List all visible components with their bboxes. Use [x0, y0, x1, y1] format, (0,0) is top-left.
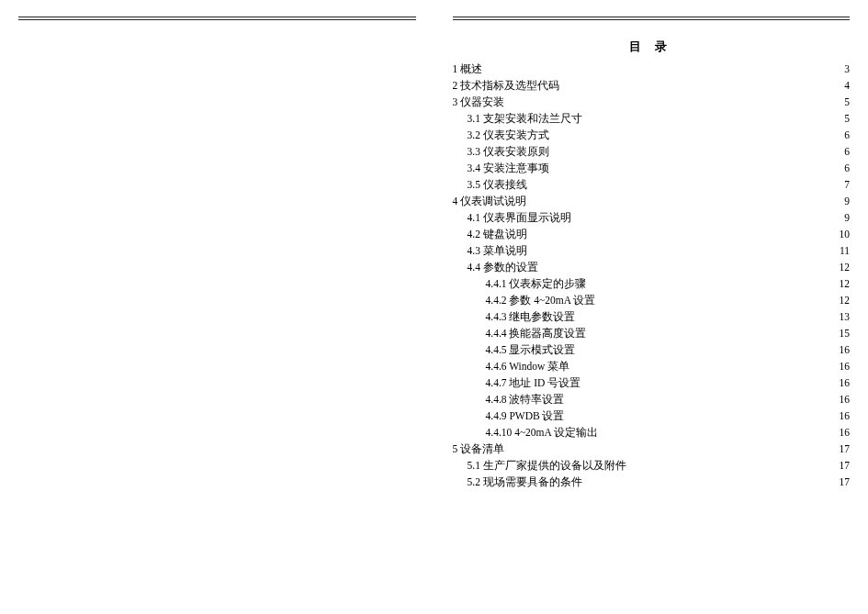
toc-entry: 4.4.8 波特率设置16	[453, 391, 851, 407]
toc-list: 1 概述32 技术指标及选型代码43 仪器安装53.1 支架安装和法兰尺寸53.…	[453, 61, 851, 490]
toc-entry-page: 17	[840, 441, 851, 457]
toc-title: 目 录	[453, 39, 851, 55]
toc-entry-page: 16	[840, 391, 851, 407]
toc-entry: 4.1 仪表界面显示说明9	[453, 209, 851, 226]
toc-entry: 2 技术指标及选型代码4	[453, 77, 851, 94]
toc-entry-page: 3	[844, 61, 850, 77]
toc-entry-label: 5 设备清单	[453, 441, 505, 457]
toc-entry-label: 3.1 支架安装和法兰尺寸	[468, 110, 582, 127]
toc-entry-page: 5	[844, 110, 850, 127]
toc-entry: 3.5 仪表接线7	[453, 176, 851, 193]
toc-entry-label: 4.4.3 继电参数设置	[486, 308, 576, 325]
page-left	[0, 0, 434, 614]
toc-entry: 3 仪器安装5	[453, 94, 851, 110]
toc-entry-page: 5	[844, 94, 850, 110]
toc-entry-label: 1 概述	[453, 61, 483, 77]
toc-entry-page: 16	[840, 374, 851, 391]
toc-entry-label: 4.3 菜单说明	[468, 242, 527, 259]
toc-entry: 5 设备清单17	[453, 441, 851, 457]
toc-entry-label: 4.4 参数的设置	[468, 259, 538, 275]
toc-entry-page: 17	[840, 474, 851, 490]
toc-entry: 4.4 参数的设置12	[453, 259, 851, 275]
toc-entry-page: 11	[840, 242, 850, 259]
toc-entry-page: 17	[840, 457, 851, 474]
toc-entry: 4.4.6 Window 菜单16	[453, 358, 851, 374]
toc-entry: 4.4.7 地址 ID 号设置16	[453, 374, 851, 391]
toc-entry-page: 9	[844, 209, 850, 226]
toc-entry-page: 16	[840, 341, 851, 358]
toc-entry: 4.4.10 4~20mA 设定输出16	[453, 424, 851, 441]
toc-entry-page: 16	[840, 407, 851, 424]
toc-entry-label: 4.4.7 地址 ID 号设置	[486, 374, 581, 391]
toc-entry: 3.1 支架安装和法兰尺寸5	[453, 110, 851, 127]
page-right: 目 录 1 概述32 技术指标及选型代码43 仪器安装53.1 支架安装和法兰尺…	[434, 0, 869, 614]
toc-entry-label: 3.5 仪表接线	[468, 176, 527, 193]
toc-entry-page: 12	[840, 259, 851, 275]
toc-entry: 4.2 键盘说明10	[453, 226, 851, 242]
toc-entry-label: 4.2 键盘说明	[468, 226, 527, 242]
toc-entry: 4.4.2 参数 4~20mA 设置12	[453, 292, 851, 308]
toc-entry: 4.4.4 换能器高度设置15	[453, 325, 851, 341]
toc-entry-label: 5.2 现场需要具备的条件	[468, 474, 582, 490]
toc-entry: 5.1 生产厂家提供的设备以及附件17	[453, 457, 851, 474]
toc-entry-label: 4 仪表调试说明	[453, 193, 527, 209]
toc-entry: 3.4 安装注意事项6	[453, 160, 851, 176]
toc-entry: 4.4.9 PWDB 设置16	[453, 407, 851, 424]
toc-entry: 4 仪表调试说明9	[453, 193, 851, 209]
toc-entry: 5.2 现场需要具备的条件17	[453, 474, 851, 490]
toc-entry-page: 16	[840, 424, 851, 441]
toc-entry-label: 4.4.4 换能器高度设置	[486, 325, 587, 341]
toc-entry-label: 3.2 仪表安装方式	[468, 127, 549, 143]
toc-entry: 4.4.5 显示模式设置16	[453, 341, 851, 358]
toc-entry-label: 2 技术指标及选型代码	[453, 77, 560, 94]
toc-entry-label: 4.1 仪表界面显示说明	[468, 209, 571, 226]
page-left-rule	[18, 17, 416, 20]
toc-entry-label: 5.1 生产厂家提供的设备以及附件	[468, 457, 626, 474]
toc-entry-page: 15	[840, 325, 851, 341]
toc-entry-page: 13	[840, 308, 851, 325]
toc-entry-label: 4.4.1 仪表标定的步骤	[486, 275, 587, 292]
toc-entry-label: 3.3 仪表安装原则	[468, 143, 549, 160]
toc-entry-label: 4.4.10 4~20mA 设定输出	[486, 424, 599, 441]
toc-entry-page: 10	[840, 226, 851, 242]
toc-entry-label: 4.4.5 显示模式设置	[486, 341, 576, 358]
toc-entry-label: 3 仪器安装	[453, 94, 505, 110]
toc-entry: 1 概述3	[453, 61, 851, 77]
toc-entry: 3.2 仪表安装方式6	[453, 127, 851, 143]
toc-entry-page: 7	[844, 176, 850, 193]
toc-entry-label: 3.4 安装注意事项	[468, 160, 549, 176]
toc-entry-page: 12	[840, 275, 851, 292]
toc-entry-page: 12	[840, 292, 851, 308]
toc-entry: 4.4.3 继电参数设置13	[453, 308, 851, 325]
toc-entry-label: 4.4.8 波特率设置	[486, 391, 565, 407]
toc-entry-page: 16	[840, 358, 851, 374]
toc-entry-label: 4.4.2 参数 4~20mA 设置	[486, 292, 596, 308]
toc-entry-page: 6	[844, 143, 850, 160]
toc-entry: 4.3 菜单说明11	[453, 242, 851, 259]
toc-entry: 4.4.1 仪表标定的步骤12	[453, 275, 851, 292]
toc-entry-page: 6	[844, 127, 850, 143]
toc-entry-label: 4.4.9 PWDB 设置	[486, 407, 565, 424]
toc-entry-label: 4.4.6 Window 菜单	[486, 358, 570, 374]
toc-entry-page: 9	[844, 193, 850, 209]
page-right-rule	[453, 17, 851, 20]
toc-entry-page: 4	[844, 77, 850, 94]
toc-entry: 3.3 仪表安装原则6	[453, 143, 851, 160]
toc-entry-page: 6	[844, 160, 850, 176]
